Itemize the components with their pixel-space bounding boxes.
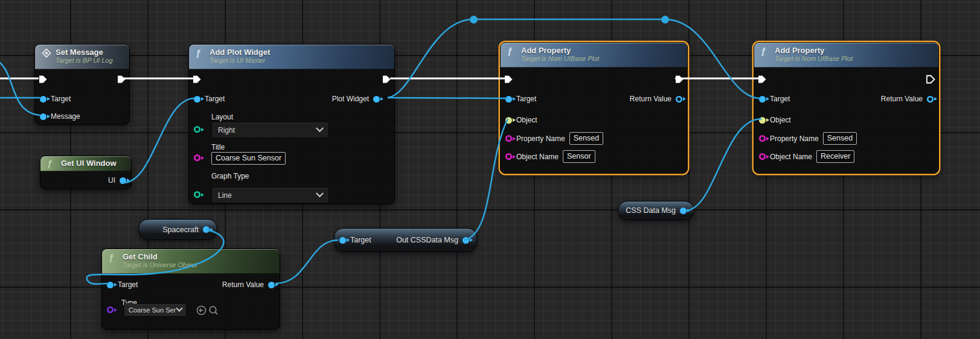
- return-value-pin[interactable]: [676, 96, 682, 103]
- object-pin[interactable]: [759, 117, 766, 124]
- pin-label: Return Value: [222, 280, 264, 289]
- event-diamond-icon: [42, 48, 51, 58]
- pin-label: Target: [118, 280, 138, 289]
- pin-label: Object Name: [516, 153, 559, 161]
- layout-label: Layout: [211, 113, 233, 121]
- message-pin[interactable]: [40, 113, 46, 120]
- pin-label: Object Name: [770, 153, 812, 161]
- pin-label: Property Name: [516, 135, 565, 143]
- node-get-ui-window[interactable]: ƒ Get UI Window UI: [40, 156, 132, 189]
- node-title: Add Property: [521, 46, 681, 55]
- node-add-plot-widget[interactable]: ƒ Add Plot Widget Target is UI Master Ta…: [188, 44, 395, 204]
- return-value-pin[interactable]: [268, 282, 275, 288]
- wire-plot-widget-up-to-reroute-1: [388, 19, 473, 98]
- node-subtitle: Target is Nom UIBase Plot: [521, 55, 681, 63]
- node-set-message[interactable]: Set Message Target is BP UI Log Target M…: [34, 44, 130, 125]
- target-pin[interactable]: [759, 96, 766, 103]
- browse-magnifier-icon[interactable]: [208, 305, 219, 318]
- node-title: Add Plot Widget: [210, 48, 388, 57]
- add-plot-widget-header: ƒ Add Plot Widget Target is UI Master: [189, 45, 394, 69]
- property-name-pin[interactable]: [505, 135, 512, 142]
- title-label: Title: [211, 143, 225, 151]
- property-name-input[interactable]: Sensed: [823, 132, 857, 145]
- target-pin[interactable]: [505, 96, 512, 103]
- property-name-input[interactable]: Sensed: [569, 132, 603, 145]
- target-pin[interactable]: [107, 282, 114, 288]
- type-pin[interactable]: [107, 306, 114, 313]
- function-icon: ƒ: [507, 46, 517, 56]
- pin-label: Message: [51, 112, 80, 121]
- node-subtitle: Target is BP UI Log: [56, 57, 123, 65]
- blueprint-canvas[interactable]: Set Message Target is BP UI Log Target M…: [0, 0, 980, 339]
- chevron-down-icon: [176, 305, 182, 312]
- pin-label: Target: [51, 95, 71, 103]
- exec-out-pin[interactable]: [674, 75, 684, 84]
- graph-type-dropdown[interactable]: Line: [211, 187, 329, 203]
- node-spacecraft-variable[interactable]: Spacecraft: [138, 219, 217, 240]
- node-subtitle: Target is Universe Object: [123, 261, 274, 269]
- node-get-child[interactable]: ƒ Get Child Target is Universe Object Ta…: [101, 249, 280, 330]
- reroute-node-1[interactable]: [470, 16, 478, 24]
- return-value-pin[interactable]: [927, 96, 934, 103]
- exec-out-pin[interactable]: [117, 75, 126, 84]
- exec-in-pin[interactable]: [192, 75, 202, 84]
- type-dropdown[interactable]: Coarse Sun Ser: [124, 303, 187, 317]
- ui-out-pin[interactable]: [120, 177, 126, 184]
- function-icon: ƒ: [761, 46, 770, 56]
- get-child-header: ƒ Get Child Target is Universe Object: [102, 249, 280, 274]
- wire-css-data-msg-to-add-property-2-object: [685, 119, 761, 211]
- object-name-pin[interactable]: [505, 153, 512, 160]
- exec-out-pin[interactable]: [926, 75, 935, 84]
- variable-label: CSS Data Msg: [626, 206, 676, 215]
- pin-label: Return Value: [630, 95, 671, 103]
- add-property-1-header: ƒ Add Property Target is Nom UIBase Plot: [501, 43, 687, 68]
- out-cssdata-msg-pin[interactable]: [463, 237, 469, 244]
- object-name-input[interactable]: Receiver: [816, 150, 854, 163]
- target-pin[interactable]: [194, 96, 200, 103]
- graph-type-pin[interactable]: [194, 191, 200, 198]
- layout-pin[interactable]: [194, 126, 200, 133]
- wire-get-child-return-to-converter-target: [275, 240, 338, 284]
- property-name-pin[interactable]: [759, 135, 766, 142]
- node-title: Get Child: [123, 252, 274, 261]
- wire-plot-widget-to-add-property-1-target: [388, 98, 507, 98]
- pin-label: Object: [770, 116, 791, 124]
- type-dropdown-value: Coarse Sun Ser: [129, 306, 176, 314]
- exec-in-pin[interactable]: [504, 75, 513, 84]
- title-input[interactable]: Coarse Sun Sensor: [211, 152, 286, 165]
- target-pin[interactable]: [339, 237, 346, 244]
- css-data-msg-out-pin[interactable]: [680, 208, 687, 214]
- pin-label: Property Name: [770, 135, 819, 143]
- object-name-input[interactable]: Sensor: [563, 150, 595, 163]
- plot-widget-out-pin[interactable]: [373, 96, 380, 103]
- node-subtitle: Target is Nom UIBase Plot: [775, 55, 932, 63]
- pin-label: Target: [770, 95, 790, 103]
- function-icon: ƒ: [47, 159, 57, 168]
- reroute-node-2[interactable]: [661, 16, 669, 24]
- chevron-down-icon: [316, 189, 324, 197]
- node-add-property-2[interactable]: ƒ Add Property Target is Nom UIBase Plot…: [754, 42, 939, 174]
- pin-label: Target: [350, 236, 371, 244]
- node-css-data-msg-variable[interactable]: CSS Data Msg: [618, 201, 694, 220]
- chevron-down-icon: [316, 124, 324, 132]
- use-selected-asset-icon[interactable]: [196, 305, 207, 318]
- spacecraft-out-pin[interactable]: [203, 226, 210, 233]
- node-add-property-1[interactable]: ƒ Add Property Target is Nom UIBase Plot…: [500, 42, 688, 174]
- object-pin[interactable]: [505, 117, 512, 124]
- wire-ui-to-plot-widget-target: [123, 98, 194, 183]
- exec-in-pin[interactable]: [757, 75, 767, 84]
- exec-out-pin[interactable]: [382, 75, 391, 84]
- function-icon: ƒ: [109, 253, 118, 262]
- add-property-2-header: ƒ Add Property Target is Nom UIBase Plot: [754, 43, 938, 68]
- exec-in-pin[interactable]: [38, 75, 48, 84]
- layout-dropdown[interactable]: Right: [211, 122, 329, 138]
- object-name-pin[interactable]: [759, 153, 766, 160]
- node-title: Add Property: [775, 46, 932, 55]
- pin-label: Out CSSData Msg: [396, 236, 458, 244]
- target-pin[interactable]: [40, 96, 46, 103]
- node-title: Set Message: [56, 48, 123, 57]
- title-pin[interactable]: [194, 154, 200, 161]
- set-message-header: Set Message Target is BP UI Log: [35, 45, 129, 69]
- node-css-data-converter[interactable]: Target Out CSSData Msg: [334, 228, 477, 252]
- graph-type-dropdown-value: Line: [218, 191, 232, 200]
